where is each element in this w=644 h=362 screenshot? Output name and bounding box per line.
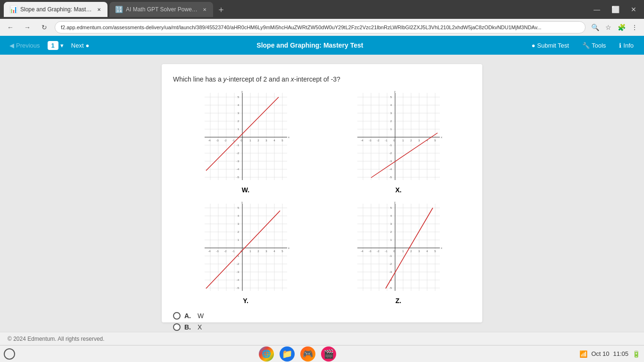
previous-button[interactable]: ◀ Previous	[6, 40, 44, 51]
svg-text:-4: -4	[236, 168, 239, 171]
svg-text:-4: -4	[208, 139, 211, 142]
svg-text:1: 1	[402, 250, 404, 253]
star-icon[interactable]: ☆	[603, 22, 614, 33]
svg-text:y: y	[241, 90, 243, 93]
svg-text:-1: -1	[389, 255, 392, 257]
question-text: Which line has a y-intercept of 2 and an…	[173, 75, 471, 83]
info-icon: ℹ	[619, 42, 621, 49]
tab-edmentum[interactable]: 📊 Slope and Graphing: Mastery T ✕	[4, 2, 107, 17]
address-icons: 🔍 ☆ 🧩 ⋮	[589, 22, 640, 33]
submit-test-button[interactable]: ● Submit Test	[527, 40, 574, 51]
graph-w-svg: x y 0 -1 -2 -3 -4 1 2 3 4 5 1	[202, 90, 289, 182]
nav-dropdown-icon[interactable]: ▾	[60, 42, 64, 49]
svg-text:x: x	[288, 136, 289, 139]
svg-text:3: 3	[418, 139, 420, 142]
address-input[interactable]: f2.app.edmentum.com/assessments-delivery…	[55, 21, 586, 33]
graph-z-label: Z.	[396, 297, 401, 304]
answer-choice-b[interactable]: B. X	[173, 323, 471, 331]
svg-line-91	[371, 133, 438, 178]
window-controls: — ⬜ ✕	[590, 4, 640, 15]
new-tab-button[interactable]: ＋	[215, 2, 227, 17]
menu-icon[interactable]: ⋮	[629, 22, 640, 33]
svg-text:-5: -5	[236, 287, 239, 289]
question-number[interactable]: 1	[48, 41, 58, 50]
minimize-button[interactable]: —	[590, 4, 604, 15]
svg-text:4: 4	[426, 250, 428, 253]
svg-text:-3: -3	[369, 250, 372, 253]
graphs-grid: x y 0 -1 -2 -3 -4 1 2 3 4 5 1	[173, 90, 471, 304]
svg-text:-2: -2	[389, 152, 392, 155]
forward-button[interactable]: →	[21, 21, 34, 34]
svg-text:-1: -1	[385, 250, 388, 253]
taskbar-files-icon[interactable]: 📁	[280, 346, 295, 362]
radio-a[interactable]	[173, 312, 181, 320]
svg-text:-2: -2	[236, 263, 239, 265]
next-arrow-icon: ●	[86, 42, 90, 49]
info-button[interactable]: ℹ Info	[614, 40, 638, 51]
svg-text:-2: -2	[389, 263, 392, 265]
close-button[interactable]: ✕	[627, 4, 640, 15]
back-button[interactable]: ←	[4, 21, 17, 34]
svg-text:-4: -4	[389, 168, 392, 171]
svg-text:-3: -3	[369, 139, 372, 142]
svg-text:-2: -2	[224, 139, 227, 142]
taskbar-date: Oct 10	[591, 350, 609, 357]
taskbar-time: 11:05	[613, 350, 628, 357]
previous-arrow-icon: ◀	[9, 42, 14, 49]
address-bar: ← → ↻ f2.app.edmentum.com/assessments-de…	[0, 19, 644, 36]
svg-text:-3: -3	[236, 160, 239, 163]
graph-w: x y 0 -1 -2 -3 -4 1 2 3 4 5 1	[202, 90, 289, 184]
svg-text:y: y	[394, 201, 396, 204]
tab-close-ai-math[interactable]: ✕	[201, 6, 207, 13]
question-card: Which line has a y-intercept of 2 and an…	[162, 64, 482, 322]
answer-letter-a: A.	[184, 312, 194, 320]
svg-text:-1: -1	[389, 144, 392, 147]
svg-text:y: y	[394, 90, 396, 93]
app-toolbar: ◀ Previous 1 ▾ Next ● Slope and Graphing…	[0, 36, 644, 55]
svg-text:2: 2	[410, 250, 412, 253]
answer-choice-a[interactable]: A. W	[173, 312, 471, 320]
taskbar-left	[4, 348, 15, 360]
graph-w-label: W.	[242, 186, 249, 194]
tab-ai-math[interactable]: 🔢 AI Math GPT Solver Powered b ✕	[109, 2, 213, 17]
battery-icon: 🔋	[632, 350, 640, 358]
search-icon[interactable]: 🔍	[589, 22, 601, 33]
svg-text:x: x	[441, 136, 442, 139]
svg-text:5: 5	[434, 250, 436, 253]
launcher-button[interactable]	[4, 348, 15, 360]
extension-icon[interactable]: 🧩	[616, 22, 627, 33]
svg-text:5: 5	[281, 250, 283, 253]
taskbar: 🌐 📁 🎮 🎬 📶 Oct 10 11:05 🔋	[0, 345, 644, 362]
svg-text:-2: -2	[224, 250, 227, 253]
answer-text-a: W	[198, 312, 204, 320]
next-button[interactable]: Next ●	[67, 40, 93, 51]
svg-text:2: 2	[257, 139, 259, 142]
tools-icon: 🔧	[582, 42, 590, 49]
svg-text:1: 1	[402, 139, 404, 142]
graph-x-container: x y 0 -1 -2 -3 -4 1 2 3 4 5 1 2	[326, 90, 471, 194]
svg-text:-3: -3	[389, 160, 392, 163]
svg-text:-3: -3	[236, 271, 239, 273]
taskbar-games-icon[interactable]: 🎮	[300, 346, 315, 362]
graph-y-label: Y.	[243, 297, 248, 304]
browser-chrome: 📊 Slope and Graphing: Mastery T ✕ 🔢 AI M…	[0, 0, 644, 19]
toolbar-title: Slope and Graphing: Mastery Test	[97, 41, 523, 49]
taskbar-media-icon[interactable]: 🎬	[321, 346, 336, 362]
tab-close-edmentum[interactable]: ✕	[96, 6, 102, 13]
svg-text:4: 4	[273, 250, 275, 253]
graph-w-container: x y 0 -1 -2 -3 -4 1 2 3 4 5 1	[173, 90, 318, 194]
footer: © 2024 Edmentum. All rights reserved.	[0, 332, 644, 345]
svg-text:-2: -2	[377, 250, 380, 253]
svg-text:x: x	[441, 247, 442, 249]
radio-b[interactable]	[173, 323, 181, 331]
graph-z-container: x y 0 -1 -2 -3 -4 1 2 3 4 5 1 2	[326, 201, 471, 304]
svg-text:x: x	[288, 247, 289, 249]
maximize-button[interactable]: ⬜	[608, 4, 623, 15]
tab-bar: 📊 Slope and Graphing: Mastery T ✕ 🔢 AI M…	[4, 2, 586, 17]
reload-button[interactable]: ↻	[38, 21, 51, 34]
svg-text:1: 1	[249, 139, 251, 142]
taskbar-chrome-icon[interactable]: 🌐	[259, 346, 274, 362]
graph-y-svg: x y 0 -1 -2 -3 -4 1 2 3 4 5 1 2	[202, 201, 289, 293]
svg-text:-2: -2	[236, 152, 239, 155]
tools-button[interactable]: 🔧 Tools	[578, 40, 611, 51]
